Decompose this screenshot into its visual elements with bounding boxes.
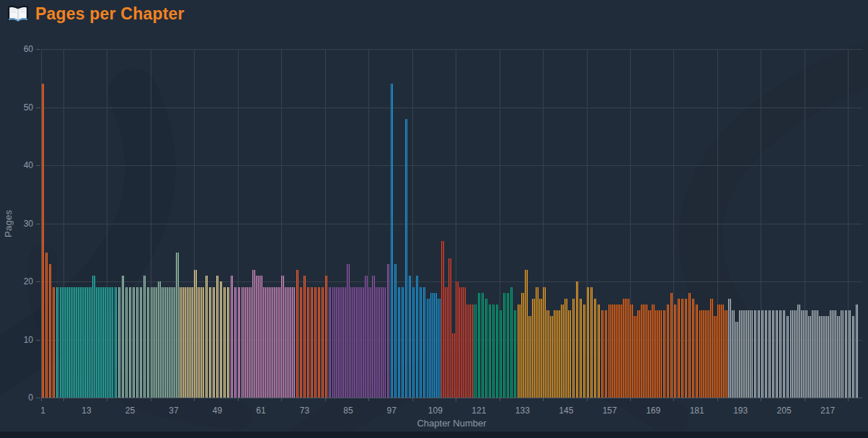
bar-chapter-178[interactable] (685, 299, 688, 398)
bar-chapter-194[interactable] (743, 310, 745, 398)
bar-chapter-57[interactable] (245, 287, 248, 398)
bar-chapter-46[interactable] (205, 276, 208, 398)
bar-chapter-181[interactable] (696, 305, 699, 398)
bar-chapter-126[interactable] (496, 305, 499, 398)
bar-chapter-70[interactable] (292, 287, 295, 398)
bar-chapter-177[interactable] (681, 299, 684, 398)
bar-chapter-30[interactable] (147, 287, 150, 398)
bar-chapter-65[interactable] (274, 287, 277, 398)
bar-chapter-207[interactable] (790, 310, 793, 398)
bar-chapter-174[interactable] (670, 293, 673, 398)
bar-chapter-40[interactable] (183, 287, 186, 398)
bar-chapter-63[interactable] (267, 287, 270, 398)
bar-chapter-92[interactable] (372, 276, 375, 398)
bar-chapter-41[interactable] (187, 287, 190, 398)
bar-chapter-169[interactable] (652, 305, 655, 398)
bar-chapter-105[interactable] (420, 287, 422, 398)
bar-chapter-195[interactable] (746, 310, 749, 398)
bar-chapter-205[interactable] (783, 310, 786, 398)
bar-chapter-91[interactable] (368, 287, 371, 398)
bar-chapter-8[interactable] (67, 287, 70, 398)
bar-chapter-146[interactable] (568, 310, 571, 398)
bar-chapter-191[interactable] (732, 310, 735, 398)
bar-chapter-87[interactable] (354, 287, 357, 398)
bar-chapter-26[interactable] (133, 287, 136, 398)
bar-chapter-182[interactable] (699, 310, 702, 398)
bar-chapter-161[interactable] (623, 299, 626, 398)
bar-chapter-43[interactable] (194, 270, 197, 398)
bar-chapter-163[interactable] (630, 305, 633, 398)
bar-chapter-121[interactable] (478, 293, 481, 398)
bar-chapter-22[interactable] (118, 287, 121, 398)
bar-chapter-122[interactable] (482, 293, 484, 398)
bar-chapter-72[interactable] (300, 287, 303, 398)
bar-chapter-172[interactable] (663, 310, 666, 398)
bar-chapter-80[interactable] (329, 287, 332, 398)
bar-chapter-159[interactable] (616, 305, 619, 398)
bar-chapter-10[interactable] (74, 287, 77, 398)
bar-chapter-101[interactable] (405, 119, 408, 398)
bar-chapter-102[interactable] (409, 276, 412, 398)
bar-chapter-164[interactable] (634, 316, 637, 398)
bar-chapter-136[interactable] (532, 299, 535, 398)
bar-chapter-15[interactable] (92, 276, 95, 398)
bar-chapter-62[interactable] (263, 287, 266, 398)
bar-chapter-134[interactable] (525, 270, 528, 398)
bar-chapter-84[interactable] (343, 287, 346, 398)
bar-chapter-71[interactable] (296, 270, 299, 398)
bar-chapter-17[interactable] (99, 287, 102, 398)
bar-chapter-47[interactable] (209, 287, 212, 398)
bar-chapter-168[interactable] (648, 310, 651, 398)
bar-chapter-52[interactable] (227, 287, 230, 398)
bar-chapter-224[interactable] (852, 316, 855, 398)
bar-chapter-202[interactable] (772, 310, 775, 398)
bar-chapter-21[interactable] (115, 287, 118, 398)
bar-chapter-149[interactable] (580, 299, 583, 398)
bar-chapter-67[interactable] (281, 276, 284, 398)
bar-chapter-203[interactable] (776, 310, 779, 398)
bar-chapter-225[interactable] (856, 305, 859, 398)
bar-chapter-222[interactable] (845, 310, 848, 398)
bar-chapter-145[interactable] (564, 299, 567, 398)
bar-chapter-37[interactable] (172, 287, 175, 398)
bar-chapter-90[interactable] (365, 276, 368, 398)
bar-chapter-95[interactable] (383, 287, 386, 398)
bar-chapter-27[interactable] (136, 287, 139, 398)
bar-chapter-167[interactable] (645, 305, 647, 398)
bar-chapter-2[interactable] (45, 253, 48, 398)
bar-chapter-33[interactable] (158, 281, 161, 398)
bar-chapter-34[interactable] (161, 287, 164, 398)
bar-chapter-173[interactable] (667, 305, 670, 398)
bar-chapter-141[interactable] (550, 316, 553, 398)
bar-chapter-108[interactable] (430, 293, 433, 398)
bar-chapter-184[interactable] (707, 310, 709, 398)
bar-chapter-209[interactable] (797, 305, 800, 398)
bar-chapter-160[interactable] (619, 305, 622, 398)
bar-chapter-130[interactable] (510, 287, 513, 398)
bar-chapter-99[interactable] (398, 287, 401, 398)
bar-chapter-153[interactable] (594, 299, 597, 398)
bar-chapter-96[interactable] (387, 264, 390, 398)
bar-chapter-198[interactable] (758, 310, 761, 398)
bar-chapter-104[interactable] (416, 276, 419, 398)
bar-chapter-138[interactable] (539, 299, 542, 398)
bar-chapter-189[interactable] (725, 310, 727, 398)
bar-chapter-162[interactable] (626, 299, 629, 398)
bar-chapter-143[interactable] (557, 310, 560, 398)
bar-chapter-124[interactable] (489, 305, 492, 398)
bar-chapter-79[interactable] (325, 276, 328, 398)
bar-chapter-183[interactable] (703, 310, 706, 398)
bar-chapter-185[interactable] (710, 299, 713, 398)
bar-chapter-216[interactable] (823, 316, 825, 398)
bar-chapter-54[interactable] (234, 287, 237, 398)
bar-chapter-59[interactable] (252, 270, 255, 398)
bar-chapter-117[interactable] (463, 287, 466, 398)
bar-chapter-210[interactable] (801, 310, 804, 398)
bar-chapter-166[interactable] (641, 305, 644, 398)
bar-chapter-61[interactable] (260, 276, 262, 398)
bar-chapter-97[interactable] (391, 84, 394, 398)
bar-chapter-39[interactable] (180, 287, 182, 398)
bar-chapter-5[interactable] (56, 287, 59, 398)
bar-chapter-123[interactable] (485, 299, 488, 398)
bar-chapter-188[interactable] (721, 305, 724, 398)
